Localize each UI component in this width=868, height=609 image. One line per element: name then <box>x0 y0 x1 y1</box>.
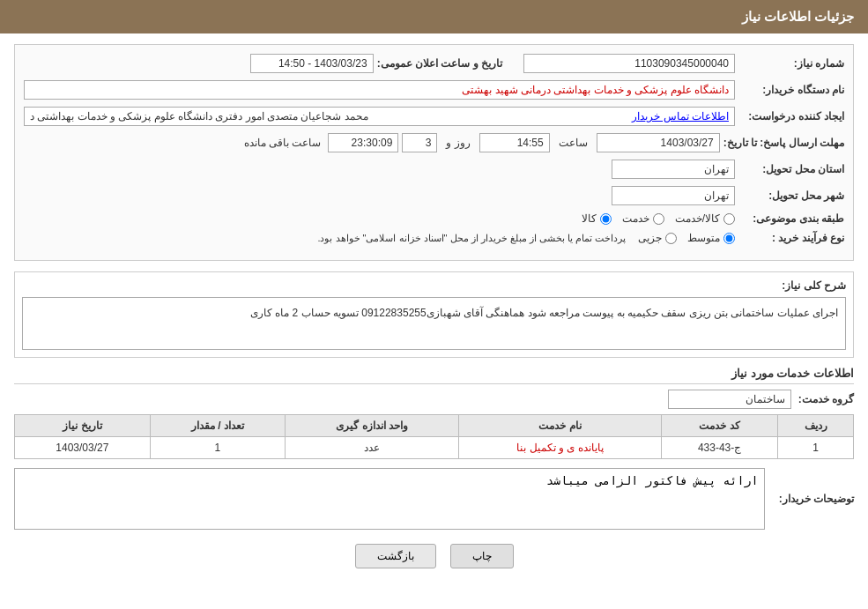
table-header-row: ردیف کد خدمت نام خدمت واحد اندازه گیری ت… <box>15 415 854 437</box>
radio-kala-khedmat-input[interactable] <box>723 213 735 225</box>
buyer-notes-label: توضیحات خریدار: <box>779 493 854 505</box>
cell-row-num: 1 <box>778 437 854 459</box>
row-city: شهر محل تحویل: تهران <box>24 186 844 205</box>
category-label: طبقه بندی موضوعی: <box>738 212 844 225</box>
announce-date-label: تاریخ و ساعت اعلان عمومی: <box>377 57 502 70</box>
cell-service-name: پایانده ی و تکمیل بنا <box>458 437 661 459</box>
buyer-notes-textarea[interactable] <box>14 468 765 530</box>
buyer-org-value: دانشگاه علوم پزشکی و خدمات بهداشتی درمان… <box>24 80 735 100</box>
purchase-type-label: نوع فرآیند خرید : <box>738 232 844 244</box>
creator-name: محمد شجاعیان متصدی امور دفتری دانشگاه عل… <box>30 110 368 123</box>
need-number-value: 1103090345000040 <box>523 54 735 73</box>
col-service-code: کد خدمت <box>661 415 777 437</box>
time-label: ساعت <box>559 137 588 149</box>
col-quantity: تعداد / مقدار <box>150 415 286 437</box>
creator-label: ایجاد کننده درخواست: <box>738 110 844 123</box>
cell-quantity: 1 <box>150 437 286 459</box>
remaining-label: ساعت باقی مانده <box>244 137 322 149</box>
print-button[interactable]: چاپ <box>450 544 514 568</box>
buttons-row: چاپ بازگشت <box>14 544 854 583</box>
radio-jozii[interactable]: جزیی <box>638 232 677 244</box>
radio-khedmat-input[interactable] <box>653 213 664 225</box>
announce-date-value: 1403/03/23 - 14:50 <box>250 54 374 73</box>
radio-kala-khedmat[interactable]: کالا/خدمت <box>675 212 735 225</box>
province-value: تهران <box>612 160 735 179</box>
radio-motavasset-input[interactable] <box>723 233 735 244</box>
radio-motavasset-label: متوسط <box>687 232 720 244</box>
purchase-note: پرداخت تمام یا بخشی از مبلغ خریدار از مح… <box>317 233 626 244</box>
city-value: تهران <box>612 186 735 205</box>
radio-kala[interactable]: کالا <box>582 212 612 225</box>
cell-unit: عدد <box>286 437 459 459</box>
service-group-row: گروه خدمت: ساختمان <box>14 390 854 409</box>
col-need-date: تاریخ نیاز <box>15 415 151 437</box>
radio-khedmat-label: خدمت <box>622 212 649 225</box>
col-unit: واحد اندازه گیری <box>286 415 459 437</box>
row-province: استان محل تحویل: تهران <box>24 160 844 179</box>
description-label: شرح کلی نیاز: <box>782 279 846 292</box>
service-group-value: ساختمان <box>668 390 791 409</box>
radio-motavasset[interactable]: متوسط <box>687 232 735 244</box>
need-info-section: شماره نیاز: 1103090345000040 تاریخ و ساع… <box>14 44 854 261</box>
radio-jozii-label: جزیی <box>638 232 662 244</box>
page-wrapper: جزئیات اطلاعات نیاز شماره نیاز: 11030903… <box>0 0 868 609</box>
col-service-name: نام خدمت <box>458 415 661 437</box>
page-title: جزئیات اطلاعات نیاز <box>742 9 854 24</box>
services-section: اطلاعات خدمات مورد نیاز گروه خدمت: ساختم… <box>14 367 854 459</box>
description-section: شرح کلی نیاز: اجرای عملیات ساختمانی بتن … <box>14 271 854 358</box>
page-header: جزئیات اطلاعات نیاز <box>0 0 868 33</box>
need-number-label: شماره نیاز: <box>738 57 844 70</box>
row-creator: ایجاد کننده درخواست: اطلاعات تماس خریدار… <box>24 107 844 126</box>
service-group-label: گروه خدمت: <box>798 393 854 405</box>
back-button[interactable]: بازگشت <box>355 544 436 568</box>
radio-jozii-input[interactable] <box>665 233 677 244</box>
radio-kala-input[interactable] <box>600 213 612 225</box>
main-content: شماره نیاز: 1103090345000040 تاریخ و ساع… <box>0 33 868 593</box>
city-label: شهر محل تحویل: <box>738 189 844 202</box>
purchase-radio-group: متوسط جزیی <box>638 232 735 244</box>
services-table: ردیف کد خدمت نام خدمت واحد اندازه گیری ت… <box>14 414 854 459</box>
category-radio-group: کالا/خدمت خدمت کالا <box>582 212 735 225</box>
description-row: شرح کلی نیاز: <box>22 279 846 292</box>
table-row: 1 ج-43-433 پایانده ی و تکمیل بنا عدد 1 1… <box>15 437 854 459</box>
description-value: اجرای عملیات ساختمانی بتن ریزی سقف حکیمی… <box>22 297 846 350</box>
row-need-number: شماره نیاز: 1103090345000040 تاریخ و ساع… <box>24 54 844 73</box>
deadline-date: 1403/03/27 <box>597 133 720 152</box>
deadline-label: مهلت ارسال پاسخ: تا تاریخ: <box>723 137 844 149</box>
creator-value: اطلاعات تماس خریدار محمد شجاعیان متصدی ا… <box>24 107 735 126</box>
row-purchase-type: نوع فرآیند خرید : متوسط جزیی پرداخت تمام… <box>24 232 844 244</box>
buyer-org-label: نام دستگاه خریدار: <box>738 84 844 96</box>
remaining-time: 23:30:09 <box>328 133 398 152</box>
row-buyer-org: نام دستگاه خریدار: دانشگاه علوم پزشکی و … <box>24 80 844 100</box>
day-label: روز و <box>446 137 470 149</box>
creator-link[interactable]: اطلاعات تماس خریدار <box>632 110 729 123</box>
buyer-notes-row: توضیحات خریدار: <box>14 468 854 530</box>
radio-khedmat[interactable]: خدمت <box>622 212 664 225</box>
cell-service-code: ج-43-433 <box>661 437 777 459</box>
row-category: طبقه بندی موضوعی: کالا/خدمت خدمت کالا <box>24 212 844 225</box>
services-section-title: اطلاعات خدمات مورد نیاز <box>14 367 854 384</box>
radio-kala-label: کالا <box>582 212 597 225</box>
day-value: 3 <box>402 133 437 152</box>
deadline-time: 14:55 <box>479 133 550 152</box>
province-label: استان محل تحویل: <box>738 163 844 175</box>
col-row-num: ردیف <box>778 415 854 437</box>
row-deadline: مهلت ارسال پاسخ: تا تاریخ: 1403/03/27 سا… <box>24 133 844 152</box>
radio-kala-khedmat-label: کالا/خدمت <box>675 212 720 225</box>
cell-need-date: 1403/03/27 <box>15 437 151 459</box>
